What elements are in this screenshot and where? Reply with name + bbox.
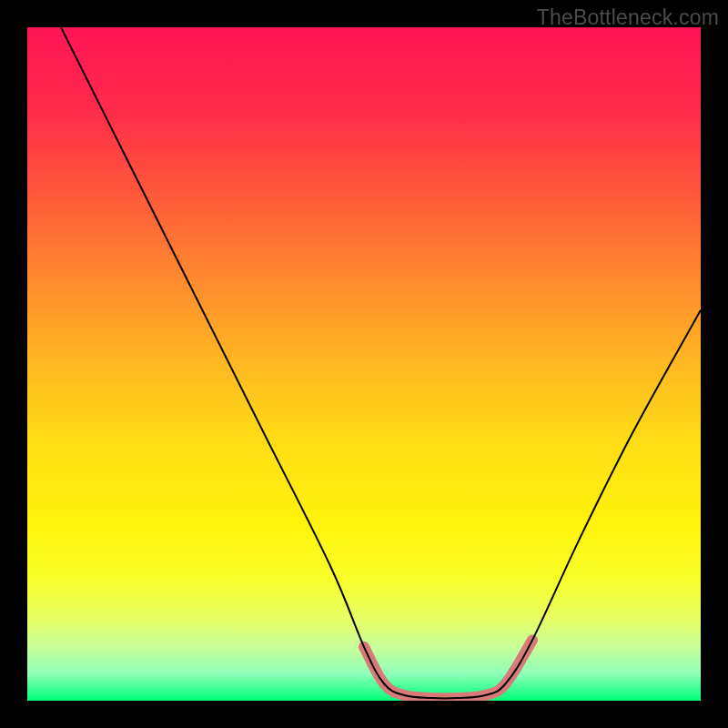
plot-area <box>27 27 701 701</box>
chart-svg <box>27 27 701 701</box>
gradient-bg <box>27 27 701 701</box>
chart-stage: TheBottleneck.com <box>0 0 728 728</box>
watermark-text: TheBottleneck.com <box>537 5 719 30</box>
